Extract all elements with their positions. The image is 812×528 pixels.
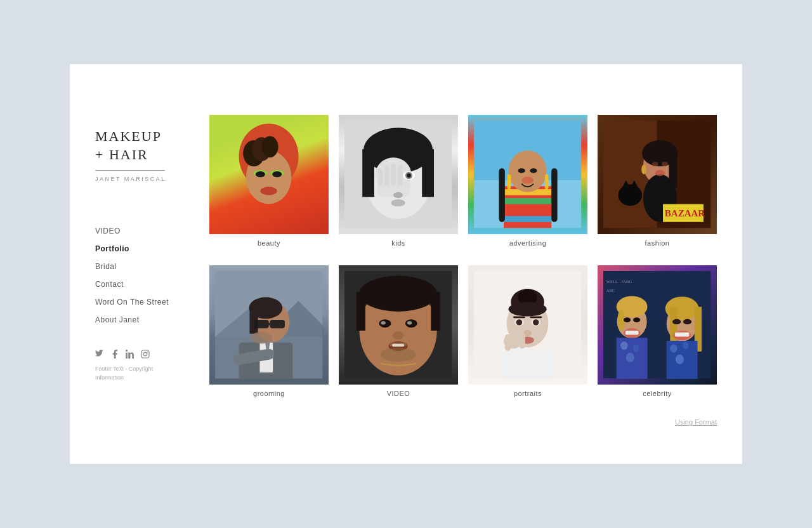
svg-point-134 <box>676 355 684 364</box>
facebook-icon[interactable] <box>110 350 119 359</box>
grid-label-grooming: grooming <box>253 390 285 397</box>
grid-item-fashion[interactable]: BAZAAR fashion <box>598 115 717 255</box>
svg-point-129 <box>672 319 681 324</box>
svg-point-80 <box>407 321 412 325</box>
svg-point-2 <box>147 352 148 352</box>
svg-point-133 <box>683 342 688 349</box>
tile-celebrity: WELL FARG ARC <box>598 265 717 385</box>
svg-point-27 <box>407 174 412 178</box>
svg-point-122 <box>626 353 634 362</box>
logo-plus: + Hair <box>95 147 148 162</box>
svg-rect-71 <box>270 320 285 328</box>
svg-rect-72 <box>268 323 272 326</box>
tile-fashion: BAZAAR <box>598 115 717 234</box>
svg-point-51 <box>619 185 643 206</box>
sidebar-item-bridal[interactable]: Bridal <box>95 262 169 271</box>
svg-point-37 <box>509 150 547 192</box>
svg-rect-104 <box>505 334 511 351</box>
svg-point-43 <box>530 169 537 174</box>
svg-rect-40 <box>508 175 511 189</box>
sidebar-item-video[interactable]: VIDEO <box>95 227 169 235</box>
svg-rect-23 <box>391 164 396 187</box>
svg-point-98 <box>533 320 539 326</box>
grid-label-portraits: portraits <box>514 390 542 397</box>
svg-point-132 <box>671 345 678 353</box>
svg-point-97 <box>516 320 522 326</box>
using-format-link[interactable]: Using Format <box>209 418 717 426</box>
svg-rect-105 <box>513 331 518 348</box>
svg-point-28 <box>393 192 403 198</box>
logo-subtitle: Janet Mariscal <box>95 176 166 182</box>
logo-line1: Makeup <box>95 128 162 144</box>
svg-point-120 <box>621 341 628 350</box>
svg-point-1 <box>143 352 147 356</box>
svg-rect-99 <box>513 317 525 319</box>
svg-rect-100 <box>530 317 542 319</box>
sidebar-item-portfolio[interactable]: Portfolio <box>95 244 169 253</box>
grid-item-portraits[interactable]: portraits <box>468 265 587 406</box>
svg-point-121 <box>633 345 639 352</box>
main-content: beauty <box>197 89 742 439</box>
grid-item-video[interactable]: VIDEO <box>339 265 458 406</box>
svg-rect-70 <box>254 320 269 328</box>
social-icons <box>95 350 150 359</box>
svg-point-59 <box>642 165 647 175</box>
svg-rect-128 <box>675 333 690 337</box>
logo-area: Makeup + Hair Janet Mariscal <box>95 128 166 182</box>
grid-label-fashion: fashion <box>645 239 670 247</box>
svg-rect-0 <box>141 350 149 358</box>
grid-image-celebrity: WELL FARG ARC <box>598 265 717 385</box>
svg-point-12 <box>273 171 282 177</box>
svg-rect-116 <box>625 331 639 335</box>
grid-item-kids[interactable]: kids <box>339 115 458 255</box>
svg-text:ARC: ARC <box>606 288 615 293</box>
grid-image-portraits <box>468 265 587 385</box>
svg-point-81 <box>393 331 404 340</box>
svg-rect-86 <box>357 292 365 331</box>
main-window: Makeup + Hair Janet Mariscal VIDEO Portf… <box>70 64 742 464</box>
grid-label-beauty: beauty <box>258 239 280 247</box>
svg-point-118 <box>633 318 640 323</box>
svg-rect-84 <box>393 344 405 347</box>
svg-point-57 <box>662 162 668 167</box>
grid-item-grooming[interactable]: grooming <box>209 265 329 406</box>
svg-point-56 <box>652 162 658 167</box>
svg-rect-41 <box>545 175 549 189</box>
twitter-icon[interactable] <box>95 350 104 359</box>
logo-divider <box>95 170 165 171</box>
grid-image-grooming <box>209 265 329 385</box>
svg-rect-36 <box>504 216 551 222</box>
sidebar-item-contact[interactable]: Contact <box>95 280 169 289</box>
svg-point-42 <box>518 169 525 174</box>
svg-point-11 <box>256 171 265 177</box>
svg-rect-18 <box>422 150 435 197</box>
grid-label-kids: kids <box>391 239 405 247</box>
tile-kids <box>339 115 458 234</box>
svg-rect-17 <box>363 150 375 197</box>
svg-point-73 <box>251 332 273 344</box>
grid-item-advertising[interactable]: advertising <box>468 115 587 255</box>
footer-text: Footer Text - Copyright Information <box>95 365 171 382</box>
tile-video <box>339 265 458 385</box>
tile-portraits <box>468 265 587 385</box>
linkedin-icon[interactable] <box>126 350 134 359</box>
grid-image-fashion: BAZAAR <box>598 115 717 234</box>
sidebar-item-word-on-the-street[interactable]: Word On The Street <box>95 298 169 307</box>
portfolio-grid: beauty <box>209 115 717 406</box>
instagram-icon[interactable] <box>141 350 150 359</box>
svg-rect-90 <box>501 349 555 379</box>
svg-rect-35 <box>504 208 551 213</box>
svg-rect-21 <box>378 169 383 187</box>
svg-rect-22 <box>384 166 390 187</box>
svg-rect-34 <box>504 199 551 204</box>
tile-advertising <box>468 115 587 234</box>
grid-image-beauty <box>209 115 329 234</box>
svg-point-130 <box>683 319 691 324</box>
grid-item-beauty[interactable]: beauty <box>209 115 329 255</box>
grid-item-celebrity[interactable]: WELL FARG ARC <box>598 265 717 406</box>
svg-rect-39 <box>552 169 558 223</box>
tile-beauty <box>209 115 329 234</box>
sidebar: Makeup + Hair Janet Mariscal VIDEO Portf… <box>70 89 197 439</box>
sidebar-item-about-janet[interactable]: About Janet <box>95 315 169 324</box>
svg-point-29 <box>391 199 406 206</box>
